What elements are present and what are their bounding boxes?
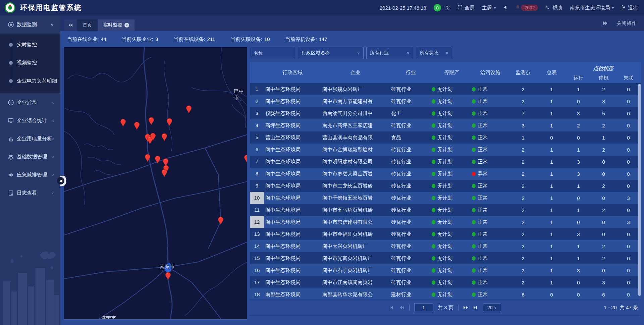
map-pin[interactable] [161, 133, 167, 142]
logout-button[interactable]: 退出 [621, 5, 638, 11]
tabs-scroll-left-button[interactable] [64, 19, 76, 31]
status-text: 无计划 [437, 255, 452, 262]
table-row[interactable]: 9阆中生态环境局阆中市二龙长宝页岩砖砖瓦行业无计划正常21120 [250, 180, 641, 192]
sidebar-item-label: 数据监测 [17, 21, 37, 28]
cell-pollution-facility-status: 正常 [472, 231, 509, 237]
chevron-down-icon: ∨ [494, 306, 497, 310]
cell-lost-count: 0 [616, 280, 641, 285]
sidebar-item-日志查看[interactable]: 日志查看‹ [0, 184, 60, 202]
sidebar-item-label: 应急减排管理 [17, 172, 47, 178]
sidebar-subitem-label: 企业电力负荷明细 [17, 78, 57, 84]
table-row[interactable]: 8阆中生态环境局阆中市枣碧大梁山页岩砖瓦行业无计划异常21300 [250, 168, 641, 180]
status-select[interactable]: 所有状态∨ [416, 47, 452, 59]
status-dot-green-icon [472, 232, 476, 236]
table-row[interactable]: 5营山生态环境局营山县润丰肉食品有限食品无计划正常10010 [250, 131, 641, 144]
tabs-scroll-right-button[interactable] [603, 21, 608, 25]
header-cell-总表: 总表 [537, 62, 566, 83]
map-pin[interactable] [166, 118, 172, 126]
sidebar-subitem-视频监控[interactable]: 视频监控 [0, 54, 60, 72]
sidebar-subitem-实时监控[interactable]: 实时监控 [0, 36, 60, 54]
map-pin[interactable] [134, 122, 140, 130]
map-pin[interactable] [145, 154, 151, 162]
cell-total-meter: 1 [537, 231, 566, 237]
map-pin[interactable] [120, 119, 126, 127]
tab-首页[interactable]: 首页 [77, 19, 97, 31]
cell-company: 西南油气田分公司川中 [321, 110, 390, 117]
tab-实时监控[interactable]: 实时监控× [98, 19, 135, 31]
next-page-button[interactable] [463, 306, 469, 310]
region-select[interactable]: 行政区域名称∨ [298, 47, 364, 59]
mute-button[interactable] [503, 5, 508, 11]
sidebar-subitem-企业电力负荷明细[interactable]: 企业电力负荷明细 [0, 72, 60, 90]
map-pin[interactable] [155, 156, 161, 164]
sidebar-item-企业综合统计[interactable]: 企业综合统计‹ [0, 111, 60, 129]
map-panel[interactable]: 巴中市南充市遂宁市 [64, 47, 247, 320]
cell-monitor-points: 3 [509, 123, 537, 128]
table-row[interactable]: 13阆中生态环境局阆中市金福旺页岩机砖砖瓦行业无计划正常21300 [250, 228, 641, 240]
table-row[interactable]: 6阆中生态环境局阆中市金博瑞新型墙材砖瓦行业无计划正常21120 [250, 144, 641, 156]
table-row[interactable]: 14阆中生态环境局阆中大兴页岩机砖厂砖瓦行业无计划正常21120 [250, 240, 641, 252]
double-chevron-right-icon [603, 21, 608, 25]
status-text: 无计划 [437, 110, 452, 117]
cell-total-meter: 1 [537, 195, 566, 201]
sidebar-collapse-toggle[interactable]: ◀ [60, 176, 66, 186]
status-text: 正常 [478, 122, 488, 129]
table-header: 行政区域企业行业停限产治污设施监测点总表点位状态运行停机失联 [250, 62, 641, 83]
table-row[interactable]: 11阆中生态环境局阆中市五马桥页岩机砖砖瓦行业无计划正常21120 [250, 204, 641, 216]
cell-lost-count: 0 [616, 87, 641, 92]
name-search-input[interactable] [250, 47, 295, 59]
help-button[interactable]: 帮助 [545, 5, 562, 11]
header-group-point-status: 点位状态 [566, 62, 641, 72]
theme-dropdown[interactable]: 主题▾ [482, 5, 496, 11]
first-page-button[interactable] [389, 306, 394, 310]
table-row[interactable]: 16阆中生态环境局阆中市石子页岩机砖厂砖瓦行业无计划正常21300 [250, 264, 641, 276]
close-operations-button[interactable]: 关闭操作 [616, 20, 637, 26]
cell-company: 阆中明阳建材有限公司 [321, 159, 390, 165]
status-text: 正常 [478, 98, 488, 105]
map-pin[interactable] [218, 217, 224, 225]
status-stat: 当前失联企业:3 [122, 36, 158, 43]
sidebar-item-基础数据管理[interactable]: 基础数据管理‹ [0, 148, 60, 166]
map-pin[interactable] [186, 105, 192, 114]
tab-close-icon[interactable]: × [124, 23, 129, 28]
name-search-field[interactable] [254, 50, 291, 56]
table-row[interactable]: 4高坪生态环境局南充市高坪区王家店建砖瓦行业无计划正常31220 [250, 119, 641, 131]
table-row[interactable]: 17阆中生态环境局阆中市江南镇阆南页岩砖瓦行业无计划正常21030 [250, 276, 641, 288]
map-pin[interactable] [161, 169, 167, 177]
sidebar-item-企业异常[interactable]: 企业异常‹ [0, 93, 60, 111]
map-pin[interactable] [244, 155, 247, 163]
page-size-select[interactable]: 20∨ [483, 303, 501, 312]
cell-pollution-facility-status: 正常 [472, 134, 509, 141]
table-row[interactable]: 2阆中生态环境局阆中市南方节能建材有砖瓦行业无计划正常21030 [250, 95, 641, 107]
industry-select[interactable]: 所有行业∨ [366, 47, 413, 59]
table-row[interactable]: 1阆中生态环境局阆中强锐页岩砖厂砖瓦行业无计划正常21120 [250, 83, 641, 95]
org-dropdown[interactable]: 南充市生态环境局▾ [570, 5, 614, 11]
map-pin[interactable] [150, 133, 156, 141]
status-text: 无计划 [437, 183, 452, 189]
notifications-button[interactable]: 2632 [515, 5, 538, 11]
table-row[interactable]: 3仪陇生态环境局西南油气田分公司川中化工无计划正常71350 [250, 107, 641, 119]
table-scrollbar[interactable] [638, 84, 641, 296]
prev-page-button[interactable] [399, 306, 405, 310]
map-pin[interactable] [148, 117, 154, 125]
cell-run-count: 1 [566, 147, 591, 153]
table-row[interactable]: 10阆中生态环境局阆中千佛镇五郎垭页岩砖瓦行业无计划正常21003 [250, 192, 641, 204]
status-text: 正常 [478, 110, 488, 117]
cell-run-count: 0 [566, 292, 591, 297]
stat-value: 211 [207, 36, 215, 43]
table-row[interactable]: 15阆中生态环境局阆中市光富页岩机砖厂砖瓦行业无计划正常21120 [250, 252, 641, 264]
map-pin[interactable] [165, 272, 171, 280]
last-page-button[interactable] [473, 306, 478, 310]
sidebar-item-应急减排管理[interactable]: 应急减排管理‹ [0, 166, 60, 184]
sidebar-item-数据监测[interactable]: 数据监测∨ [0, 15, 60, 34]
page-number-input[interactable] [414, 303, 433, 312]
first-page-icon [389, 306, 394, 310]
sidebar-item-企业用电量分析[interactable]: 企业用电量分析‹ [0, 129, 60, 148]
cell-run-count: 3 [566, 159, 591, 165]
stat-value: 10 [264, 36, 270, 43]
cell-lost-count: 0 [616, 123, 641, 128]
table-row[interactable]: 7阆中生态环境局阆中明阳建材有限公司砖瓦行业无计划正常21300 [250, 156, 641, 168]
table-row[interactable]: 12阆中生态环境局阆中市忠信建材有限公砖瓦行业无计划正常21003 [250, 216, 641, 228]
fullscreen-button[interactable]: 全屏 [458, 5, 475, 11]
table-row[interactable]: 18南部生态环境局南部县砖华水泥有限公建材行业无计划正常60060 [250, 288, 641, 299]
